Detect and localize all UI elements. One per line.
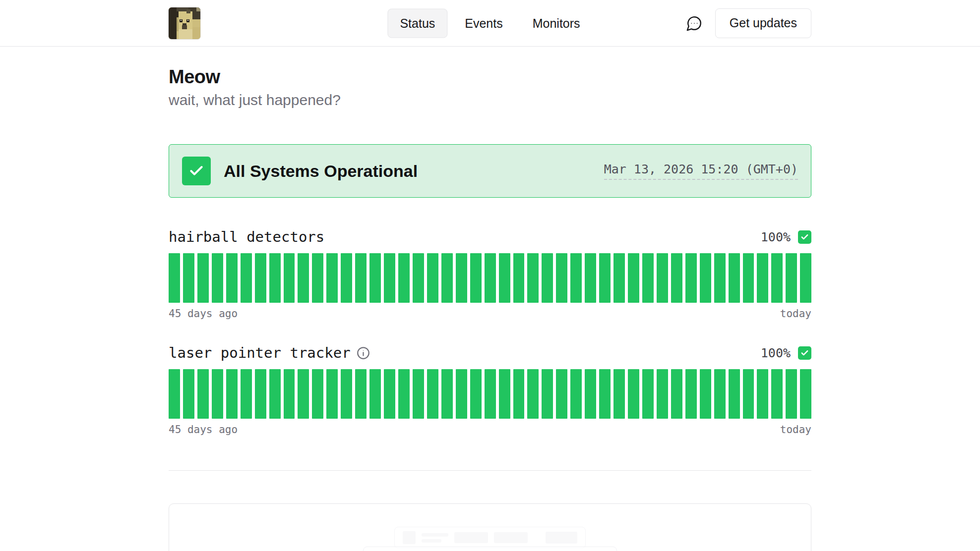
uptime-bar[interactable] — [255, 369, 266, 419]
uptime-bar[interactable] — [729, 253, 740, 303]
uptime-bar[interactable] — [556, 369, 567, 419]
uptime-bar[interactable] — [757, 369, 768, 419]
uptime-bar[interactable] — [585, 253, 596, 303]
uptime-bar[interactable] — [657, 369, 668, 419]
uptime-percentage: 100% — [761, 346, 791, 360]
uptime-bar[interactable] — [800, 369, 811, 419]
uptime-bar[interactable] — [284, 253, 295, 303]
uptime-bar[interactable] — [183, 369, 194, 419]
uptime-bar[interactable] — [470, 253, 482, 303]
uptime-bar[interactable] — [671, 253, 682, 303]
info-icon[interactable] — [357, 346, 370, 360]
uptime-bar[interactable] — [369, 369, 381, 419]
uptime-bar[interactable] — [513, 253, 525, 303]
uptime-bar[interactable] — [226, 369, 238, 419]
uptime-bar[interactable] — [786, 369, 797, 419]
uptime-bar[interactable] — [642, 369, 654, 419]
uptime-bar[interactable] — [326, 369, 338, 419]
uptime-bar[interactable] — [355, 369, 367, 419]
uptime-bar[interactable] — [427, 369, 438, 419]
status-timestamp[interactable]: Mar 13, 2026 15:20 (GMT+0) — [604, 162, 798, 180]
uptime-bar[interactable] — [312, 369, 323, 419]
uptime-bar[interactable] — [757, 253, 768, 303]
uptime-bar[interactable] — [671, 369, 682, 419]
uptime-bar[interactable] — [441, 369, 453, 419]
uptime-bar[interactable] — [599, 369, 611, 419]
uptime-bar[interactable] — [369, 253, 381, 303]
ghost-event-card — [394, 527, 586, 549]
uptime-bar[interactable] — [169, 369, 180, 419]
uptime-bar[interactable] — [312, 253, 323, 303]
tab-status[interactable]: Status — [387, 8, 447, 38]
feedback-chat-button[interactable] — [683, 12, 705, 34]
uptime-bar[interactable] — [298, 253, 309, 303]
uptime-bar[interactable] — [542, 369, 553, 419]
uptime-bar[interactable] — [341, 369, 352, 419]
uptime-bar[interactable] — [585, 369, 596, 419]
uptime-bar[interactable] — [269, 369, 281, 419]
uptime-bar[interactable] — [384, 369, 395, 419]
uptime-bar[interactable] — [384, 253, 395, 303]
uptime-bar[interactable] — [212, 369, 223, 419]
uptime-bar[interactable] — [729, 369, 740, 419]
uptime-bar[interactable] — [169, 253, 180, 303]
uptime-bar[interactable] — [714, 253, 726, 303]
uptime-bar[interactable] — [685, 253, 697, 303]
uptime-bar[interactable] — [212, 253, 223, 303]
uptime-bar[interactable] — [470, 369, 482, 419]
uptime-bar[interactable] — [771, 369, 783, 419]
uptime-bar[interactable] — [657, 253, 668, 303]
uptime-bar[interactable] — [513, 369, 525, 419]
uptime-bar[interactable] — [499, 369, 510, 419]
uptime-bar[interactable] — [183, 253, 194, 303]
uptime-bar[interactable] — [197, 253, 209, 303]
uptime-bar[interactable] — [197, 369, 209, 419]
uptime-bar[interactable] — [786, 253, 797, 303]
uptime-bar[interactable] — [226, 253, 238, 303]
uptime-bar[interactable] — [413, 369, 424, 419]
uptime-bar[interactable] — [298, 369, 309, 419]
uptime-bar[interactable] — [570, 369, 582, 419]
uptime-bar[interactable] — [570, 253, 582, 303]
uptime-bar[interactable] — [613, 369, 625, 419]
tab-events[interactable]: Events — [452, 8, 515, 38]
uptime-bar[interactable] — [255, 253, 266, 303]
uptime-bar[interactable] — [326, 253, 338, 303]
logo-cat-image[interactable] — [169, 7, 200, 39]
uptime-bar[interactable] — [241, 253, 252, 303]
uptime-bar[interactable] — [743, 253, 754, 303]
uptime-bar[interactable] — [427, 253, 438, 303]
uptime-bar[interactable] — [599, 253, 611, 303]
uptime-bar[interactable] — [556, 253, 567, 303]
uptime-bar[interactable] — [456, 253, 467, 303]
uptime-bar[interactable] — [355, 253, 367, 303]
uptime-bar[interactable] — [743, 369, 754, 419]
uptime-bar[interactable] — [771, 253, 783, 303]
tab-monitors[interactable]: Monitors — [520, 8, 593, 38]
uptime-bar[interactable] — [398, 369, 410, 419]
uptime-bar[interactable] — [398, 253, 410, 303]
uptime-bar[interactable] — [441, 253, 453, 303]
uptime-bar[interactable] — [628, 369, 639, 419]
uptime-bar[interactable] — [485, 369, 496, 419]
uptime-bar[interactable] — [341, 253, 352, 303]
uptime-bar[interactable] — [613, 253, 625, 303]
uptime-bar[interactable] — [413, 253, 424, 303]
uptime-bar[interactable] — [700, 253, 711, 303]
get-updates-button[interactable]: Get updates — [715, 8, 811, 38]
uptime-bar[interactable] — [800, 253, 811, 303]
uptime-bar[interactable] — [527, 253, 539, 303]
uptime-bar[interactable] — [456, 369, 467, 419]
uptime-bar[interactable] — [485, 253, 496, 303]
uptime-bar[interactable] — [642, 253, 654, 303]
uptime-bar[interactable] — [527, 369, 539, 419]
uptime-bar[interactable] — [499, 253, 510, 303]
uptime-bar[interactable] — [542, 253, 553, 303]
uptime-bar[interactable] — [284, 369, 295, 419]
uptime-bar[interactable] — [241, 369, 252, 419]
uptime-bar[interactable] — [700, 369, 711, 419]
uptime-bar[interactable] — [269, 253, 281, 303]
uptime-bar[interactable] — [628, 253, 639, 303]
uptime-bar[interactable] — [685, 369, 697, 419]
uptime-bar[interactable] — [714, 369, 726, 419]
